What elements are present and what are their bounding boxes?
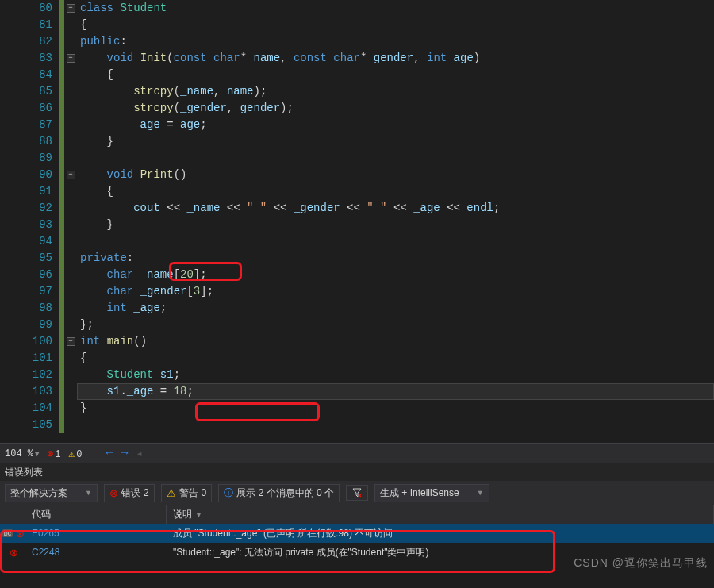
code-editor[interactable]: 808182 838485 868788 899091 929394 95969… — [0, 0, 714, 443]
error-table-header: 代码 说明▼ — [0, 505, 714, 524]
zoom-level[interactable]: 104 %▼ — [5, 448, 39, 459]
error-list-toolbar: 整个解决方案 ▼ ⊗ 错误 2 ⚠ 警告 0 ⓘ 展示 2 个消息中的 0 个 … — [0, 481, 714, 505]
fold-icon[interactable]: − — [67, 171, 75, 179]
chevron-down-icon: ▼ — [35, 451, 39, 459]
error-code: C2248 — [25, 547, 167, 558]
warning-icon: ⚠ — [167, 487, 176, 499]
error-icon: ⊗ — [47, 448, 53, 460]
chevron-down-icon: ▼ — [85, 489, 92, 497]
next-error-button[interactable]: → — [121, 447, 129, 460]
intellisense-icon: bc — [2, 529, 13, 537]
messages-filter-button[interactable]: ⓘ 展示 2 个消息中的 0 个 — [218, 484, 340, 502]
editor-status-bar: 104 %▼ ⊗1 ⚠0 ← → ◂ — [0, 443, 714, 463]
column-code[interactable]: 代码 — [25, 505, 167, 524]
errors-filter-button[interactable]: ⊗ 错误 2 — [104, 484, 155, 502]
prev-error-button[interactable]: ← — [106, 447, 113, 460]
watermark: CSDN @逗你笑出马甲线 — [574, 556, 708, 571]
source-dropdown[interactable]: 生成 + IntelliSense ▼ — [374, 484, 489, 502]
warnings-filter-button[interactable]: ⚠ 警告 0 — [161, 484, 213, 502]
error-row[interactable]: bc⊗ E0265 成员 "Student::_age" (已声明 所在行数:9… — [0, 524, 714, 543]
error-list-panel-title: 错误列表 — [0, 463, 714, 481]
fold-icon[interactable]: − — [67, 4, 75, 13]
error-icon: ⊗ — [10, 547, 18, 559]
change-indicator — [59, 0, 64, 443]
clear-filter-button[interactable] — [346, 485, 368, 501]
code-content[interactable]: class Student { public: void Init(const … — [77, 0, 714, 443]
fold-gutter[interactable]: − − − − — [64, 0, 77, 443]
line-number-gutter: 808182 838485 868788 899091 929394 95969… — [0, 0, 59, 443]
sort-icon: ▼ — [195, 511, 202, 519]
error-count[interactable]: ⊗1 — [47, 448, 60, 460]
warning-count[interactable]: ⚠0 — [68, 448, 82, 460]
chevron-down-icon: ▼ — [477, 489, 484, 497]
error-icon: ⊗ — [109, 487, 118, 499]
warning-icon: ⚠ — [68, 448, 75, 460]
filter-clear-icon — [351, 487, 363, 498]
fold-icon[interactable]: − — [67, 54, 75, 63]
error-icon: ⊗ — [16, 528, 25, 540]
error-code: E0265 — [25, 528, 167, 539]
scope-dropdown[interactable]: 整个解决方案 ▼ — [5, 484, 98, 502]
fold-icon[interactable]: − — [67, 337, 75, 346]
error-description: 成员 "Student::_age" (已声明 所在行数:98) 不可访问 — [167, 527, 714, 540]
info-icon: ⓘ — [224, 486, 233, 500]
column-description[interactable]: 说明▼ — [167, 505, 714, 524]
